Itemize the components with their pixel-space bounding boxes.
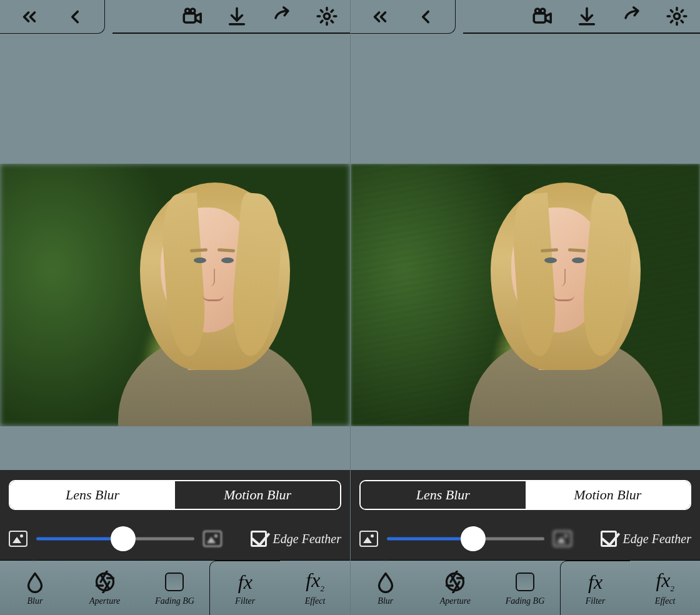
top-toolbar xyxy=(351,0,700,39)
chevrons-left-icon xyxy=(369,6,391,28)
tab-filter[interactable]: fx Filter xyxy=(560,561,631,615)
tab-fading-bg-label: Fading BG xyxy=(506,596,545,606)
record-video-button[interactable] xyxy=(180,4,204,28)
seg-motion-blur[interactable]: Motion Blur xyxy=(175,481,340,509)
settings-button[interactable] xyxy=(315,4,339,28)
svg-point-20 xyxy=(674,13,679,19)
top-actions-group xyxy=(463,0,700,34)
share-button[interactable] xyxy=(270,4,294,28)
chevrons-left-icon xyxy=(19,6,40,28)
square-icon xyxy=(165,572,184,591)
bottom-tab-bar: Blur Aperture Fading BG fx Filter fx2 Ef… xyxy=(0,560,350,615)
svg-marker-1 xyxy=(196,14,201,22)
tab-fading-bg-label: Fading BG xyxy=(155,596,194,606)
screen-left: Lens Blur Motion Blur Edge Feather Blur xyxy=(0,0,350,615)
slider-min-icon xyxy=(359,531,378,547)
download-button[interactable] xyxy=(225,4,249,28)
photo-subject xyxy=(466,164,666,426)
tab-blur-label: Blur xyxy=(378,596,393,606)
tab-effect[interactable]: fx2 Effect xyxy=(280,561,350,615)
chevron-left-icon xyxy=(415,6,436,28)
edge-feather-label: Edge Feather xyxy=(273,532,341,546)
video-camera-icon xyxy=(181,6,202,27)
square-icon xyxy=(516,572,534,591)
blur-mode-segmented: Lens Blur Motion Blur xyxy=(9,480,341,510)
tab-aperture-label: Aperture xyxy=(89,596,120,606)
screen-right: Lens Blur Motion Blur Edge Feather Blur xyxy=(350,0,700,615)
svg-rect-14 xyxy=(534,14,545,22)
checkbox-checked-icon xyxy=(601,531,617,547)
tab-effect-label: Effect xyxy=(305,596,326,606)
tab-aperture[interactable]: Aperture xyxy=(70,561,140,615)
bottom-tab-bar: Blur Aperture Fading BG fx Filter fx2 Ef… xyxy=(351,560,700,615)
svg-point-16 xyxy=(536,9,540,13)
gear-icon xyxy=(666,6,688,27)
seg-lens-blur[interactable]: Lens Blur xyxy=(361,481,526,509)
blur-mode-segmented: Lens Blur Motion Blur xyxy=(359,480,691,510)
controls-panel: Lens Blur Motion Blur Edge Feather xyxy=(0,470,350,560)
tab-aperture-label: Aperture xyxy=(440,596,471,606)
share-button[interactable] xyxy=(620,4,644,28)
slider-min-icon xyxy=(9,531,28,547)
blur-amount-slider[interactable] xyxy=(36,526,194,551)
back-all-button[interactable] xyxy=(18,5,41,29)
nav-history-group xyxy=(0,0,105,34)
blur-amount-slider[interactable] xyxy=(387,526,544,551)
fx-icon: fx xyxy=(238,572,252,592)
drop-icon xyxy=(374,571,397,593)
settings-button[interactable] xyxy=(665,4,689,28)
nav-history-group xyxy=(351,0,456,34)
tab-aperture[interactable]: Aperture xyxy=(421,561,491,615)
image-canvas[interactable] xyxy=(351,39,700,470)
fx2-icon: fx2 xyxy=(656,570,674,592)
aperture-icon xyxy=(444,571,466,593)
svg-marker-15 xyxy=(546,14,551,22)
download-icon xyxy=(226,6,248,27)
blur-amount-row: Edge Feather xyxy=(9,526,341,551)
drop-icon xyxy=(24,571,46,593)
share-icon xyxy=(271,6,292,27)
tab-fading-bg[interactable]: Fading BG xyxy=(490,561,560,615)
gear-icon xyxy=(316,6,338,27)
tab-effect-label: Effect xyxy=(655,596,676,606)
edge-feather-toggle[interactable]: Edge Feather xyxy=(251,531,341,547)
seg-motion-blur[interactable]: Motion Blur xyxy=(526,481,691,509)
tab-fading-bg[interactable]: Fading BG xyxy=(140,561,210,615)
photo-subject xyxy=(115,164,315,426)
tab-blur[interactable]: Blur xyxy=(351,561,421,615)
video-camera-icon xyxy=(531,6,552,27)
svg-point-6 xyxy=(324,13,329,19)
back-button[interactable] xyxy=(63,5,87,29)
edited-photo xyxy=(0,164,350,426)
tab-blur-label: Blur xyxy=(27,596,42,606)
svg-rect-0 xyxy=(184,14,195,22)
record-video-button[interactable] xyxy=(530,4,554,28)
svg-point-17 xyxy=(541,9,545,13)
checkbox-checked-icon xyxy=(251,531,267,547)
download-button[interactable] xyxy=(575,4,599,28)
edited-photo xyxy=(351,164,700,426)
top-toolbar xyxy=(0,0,350,39)
svg-point-3 xyxy=(191,9,195,13)
back-all-button[interactable] xyxy=(368,5,392,29)
download-icon xyxy=(576,6,598,27)
chevron-left-icon xyxy=(64,6,86,28)
fx2-icon: fx2 xyxy=(306,570,324,592)
blur-amount-row: Edge Feather xyxy=(359,526,691,551)
aperture-icon xyxy=(94,571,116,593)
tab-effect[interactable]: fx2 Effect xyxy=(630,561,700,615)
edge-feather-toggle[interactable]: Edge Feather xyxy=(601,531,691,547)
back-button[interactable] xyxy=(414,5,438,29)
svg-point-2 xyxy=(186,9,190,13)
tab-blur[interactable]: Blur xyxy=(0,561,70,615)
tab-filter[interactable]: fx Filter xyxy=(209,561,280,615)
image-canvas[interactable] xyxy=(0,39,350,470)
fx-icon: fx xyxy=(588,572,602,592)
tab-filter-label: Filter xyxy=(235,596,255,606)
top-actions-group xyxy=(112,0,350,34)
slider-max-icon xyxy=(553,531,572,547)
share-icon xyxy=(621,6,642,27)
seg-lens-blur[interactable]: Lens Blur xyxy=(10,481,175,509)
tab-filter-label: Filter xyxy=(586,596,606,606)
slider-max-icon xyxy=(203,531,222,547)
